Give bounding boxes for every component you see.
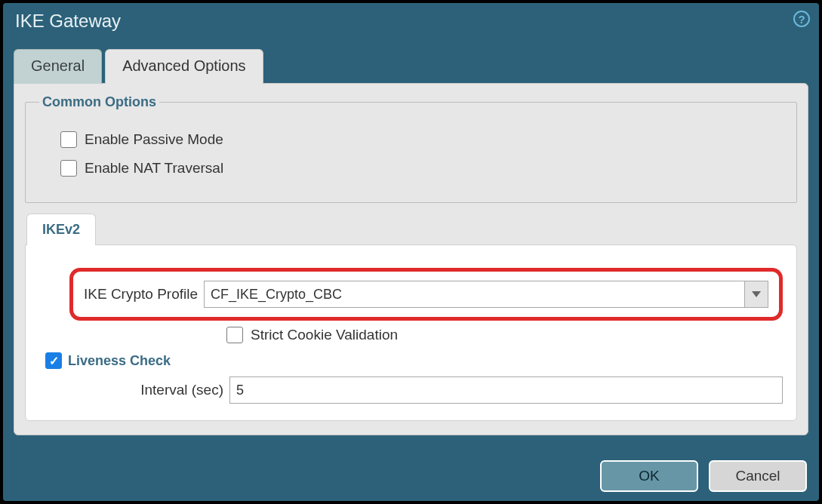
svg-marker-0 (752, 291, 761, 297)
ikev2-subtab[interactable]: IKEv2 (26, 214, 96, 245)
nat-traversal-checkbox[interactable] (60, 160, 77, 177)
advanced-panel: Common Options Enable Passive Mode Enabl… (14, 83, 808, 435)
ok-button[interactable]: OK (600, 460, 698, 492)
tab-general[interactable]: General (14, 49, 102, 84)
tab-advanced-options[interactable]: Advanced Options (105, 49, 263, 84)
ikev2-body: IKE Crypto Profile Strict Cookie Validat… (25, 244, 797, 421)
interval-row: Interval (sec) (103, 376, 783, 404)
dialog-footer: OK Cancel (600, 460, 807, 492)
strict-cookie-checkbox[interactable] (226, 327, 243, 343)
passive-mode-row: Enable Passive Mode (60, 131, 783, 148)
titlebar: IKE Gateway ? (3, 3, 819, 39)
crypto-profile-select[interactable] (204, 281, 768, 308)
passive-mode-checkbox[interactable] (60, 131, 77, 148)
chevron-down-icon[interactable] (744, 281, 768, 308)
crypto-profile-highlight: IKE Crypto Profile (69, 268, 783, 321)
common-options-legend: Common Options (39, 94, 159, 110)
liveness-check-checkbox[interactable]: ✓ (45, 352, 62, 369)
interval-input[interactable] (229, 376, 783, 404)
tab-bar: General Advanced Options (14, 48, 808, 83)
liveness-check-label: Liveness Check (68, 353, 171, 369)
tabs-area: General Advanced Options Common Options … (3, 48, 819, 435)
ikev2-section: IKEv2 IKE Crypto Profile Strict (25, 214, 797, 421)
help-icon[interactable]: ? (793, 11, 810, 27)
crypto-profile-select-wrap (204, 281, 768, 308)
passive-mode-label: Enable Passive Mode (85, 131, 223, 148)
interval-label: Interval (sec) (103, 382, 223, 398)
cancel-button[interactable]: Cancel (709, 460, 807, 492)
strict-cookie-row: Strict Cookie Validation (226, 327, 783, 343)
common-options-group: Common Options Enable Passive Mode Enabl… (25, 94, 797, 203)
strict-cookie-label: Strict Cookie Validation (251, 327, 398, 343)
liveness-check-row: ✓ Liveness Check (45, 352, 783, 369)
dialog-window: IKE Gateway ? General Advanced Options C… (3, 3, 819, 501)
nat-traversal-row: Enable NAT Traversal (60, 160, 783, 177)
nat-traversal-label: Enable NAT Traversal (85, 160, 223, 177)
crypto-profile-label: IKE Crypto Profile (84, 286, 198, 303)
window-title: IKE Gateway (15, 11, 121, 32)
